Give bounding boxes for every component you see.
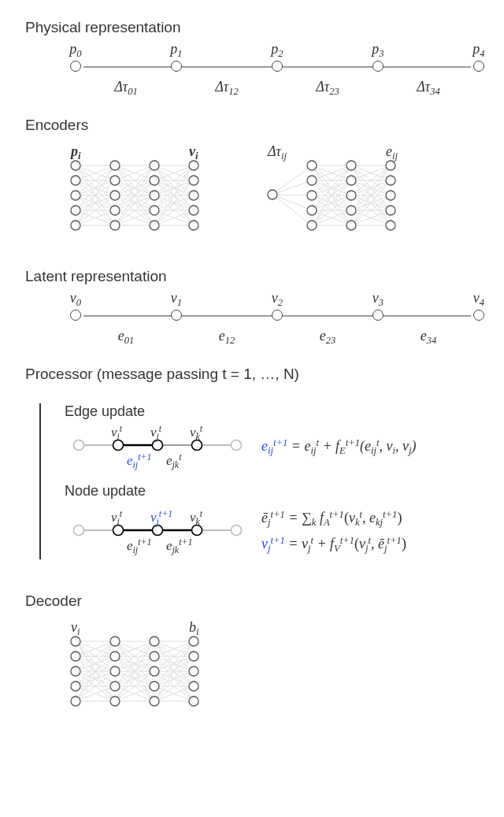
svg-point-79 bbox=[71, 221, 80, 230]
svg-point-163 bbox=[386, 191, 395, 200]
svg-point-161 bbox=[386, 161, 395, 170]
svg-point-88 bbox=[150, 206, 159, 215]
svg-point-277 bbox=[189, 681, 198, 691]
svg-point-271 bbox=[150, 667, 159, 676]
svg-point-183 bbox=[232, 525, 242, 535]
svg-point-260 bbox=[71, 652, 80, 661]
svg-point-87 bbox=[150, 191, 159, 200]
svg-point-156 bbox=[346, 161, 356, 170]
svg-line-99 bbox=[272, 195, 312, 225]
svg-point-267 bbox=[110, 681, 120, 691]
upd-node-label: vkt bbox=[190, 423, 202, 443]
svg-point-170 bbox=[74, 440, 84, 451]
svg-point-77 bbox=[71, 191, 80, 200]
svg-point-153 bbox=[307, 191, 317, 200]
upd-edge-label: eijt+1 bbox=[127, 451, 151, 471]
svg-point-84 bbox=[110, 221, 120, 230]
svg-point-268 bbox=[110, 696, 120, 706]
chain-node bbox=[473, 61, 484, 72]
svg-point-266 bbox=[110, 667, 120, 676]
latent-title: Latent representation bbox=[25, 268, 485, 285]
chain-node-label: p2 bbox=[271, 41, 283, 60]
chain-node bbox=[372, 310, 384, 321]
upd-node-label: vkt bbox=[190, 508, 202, 528]
svg-point-179 bbox=[74, 525, 84, 535]
decoder-row: vibi bbox=[68, 621, 485, 707]
mlp-out-label: bi bbox=[189, 619, 199, 638]
svg-point-165 bbox=[386, 221, 395, 230]
svg-point-78 bbox=[71, 206, 80, 215]
svg-point-81 bbox=[110, 176, 120, 185]
chain-node-label: v2 bbox=[272, 290, 283, 309]
svg-point-158 bbox=[346, 191, 356, 200]
svg-point-82 bbox=[110, 191, 120, 200]
svg-point-259 bbox=[71, 637, 80, 646]
chain-edge-label: e34 bbox=[421, 328, 437, 347]
edge-update-title: Edge update bbox=[65, 403, 485, 420]
svg-point-262 bbox=[71, 681, 80, 691]
svg-point-85 bbox=[150, 161, 159, 170]
chain-node bbox=[272, 310, 283, 321]
svg-point-86 bbox=[150, 176, 159, 185]
chain-edge-label: e12 bbox=[219, 328, 235, 347]
encoders-row: pivi Δτijeij bbox=[68, 145, 485, 232]
svg-point-150 bbox=[268, 190, 277, 199]
svg-point-155 bbox=[307, 221, 317, 230]
decoder-title: Decoder bbox=[25, 592, 485, 610]
upd-edge-label: eijt+1 bbox=[127, 537, 151, 556]
encoders-title: Encoders bbox=[25, 117, 485, 134]
svg-line-98 bbox=[272, 195, 312, 210]
svg-point-154 bbox=[307, 206, 317, 215]
node-update-graph: vitvjt+1vkteijt+1ejkt+1 bbox=[65, 510, 246, 554]
svg-point-92 bbox=[189, 191, 198, 200]
chain-edge-label: Δτ12 bbox=[215, 79, 239, 98]
svg-point-89 bbox=[150, 221, 159, 230]
svg-line-95 bbox=[272, 165, 312, 195]
mlp-in-label: vi bbox=[71, 619, 80, 638]
chain-node bbox=[70, 310, 81, 321]
svg-line-96 bbox=[272, 180, 312, 195]
svg-point-157 bbox=[346, 176, 356, 185]
svg-point-269 bbox=[150, 637, 159, 646]
edge-update-eq: eijt+1 = eijt + fEt+1(eijt, vi, vj) bbox=[261, 433, 485, 462]
chain-node bbox=[171, 310, 182, 321]
upd-node-label: vit bbox=[111, 423, 122, 443]
svg-point-275 bbox=[189, 652, 198, 661]
chain-node-label: p3 bbox=[372, 41, 384, 60]
chain-edge-label: e01 bbox=[118, 328, 135, 347]
processor-title: Processor (message passing t = 1, …, N) bbox=[25, 366, 485, 383]
svg-point-160 bbox=[346, 221, 356, 230]
svg-point-91 bbox=[189, 176, 198, 185]
svg-point-76 bbox=[71, 176, 80, 185]
svg-point-83 bbox=[110, 206, 120, 215]
svg-point-159 bbox=[346, 206, 356, 215]
chain-node bbox=[272, 61, 283, 72]
svg-point-261 bbox=[71, 667, 80, 676]
chain-edge-label: Δτ01 bbox=[114, 79, 138, 98]
chain-node-label: v1 bbox=[171, 290, 182, 309]
mlp-icon bbox=[68, 145, 202, 232]
latent-chain: v0v1v2v3v4e01e12e23e34 bbox=[76, 296, 479, 340]
processor-body: Edge update vitvjtvkteijt+1ejkt eijt+1 =… bbox=[39, 403, 485, 559]
svg-point-264 bbox=[110, 637, 120, 646]
chain-edge-label: e23 bbox=[320, 328, 336, 347]
node-update-eqs: ējt+1 = ∑k fAt+1(vkt, ekjt+1) vjt+1 = vj… bbox=[261, 504, 485, 559]
mlp-out-label: eij bbox=[386, 143, 398, 162]
chain-node bbox=[372, 61, 384, 72]
mlp-in-label: Δτij bbox=[268, 143, 287, 162]
svg-point-276 bbox=[189, 667, 198, 676]
svg-point-94 bbox=[189, 221, 198, 230]
svg-point-265 bbox=[110, 652, 120, 661]
upd-edge-label: ejkt bbox=[166, 451, 181, 471]
chain-node-label: p1 bbox=[170, 41, 182, 60]
svg-point-278 bbox=[189, 696, 198, 706]
chain-edge-label: Δτ34 bbox=[417, 79, 440, 98]
edge-update-graph: vitvjtvkteijt+1ejkt bbox=[65, 425, 246, 469]
svg-point-272 bbox=[150, 681, 159, 691]
svg-point-90 bbox=[189, 161, 198, 170]
svg-point-273 bbox=[150, 696, 159, 706]
physical-title: Physical representation bbox=[25, 19, 485, 36]
svg-point-263 bbox=[71, 696, 80, 706]
upd-node-label: vit bbox=[111, 508, 122, 528]
svg-point-151 bbox=[307, 161, 317, 170]
